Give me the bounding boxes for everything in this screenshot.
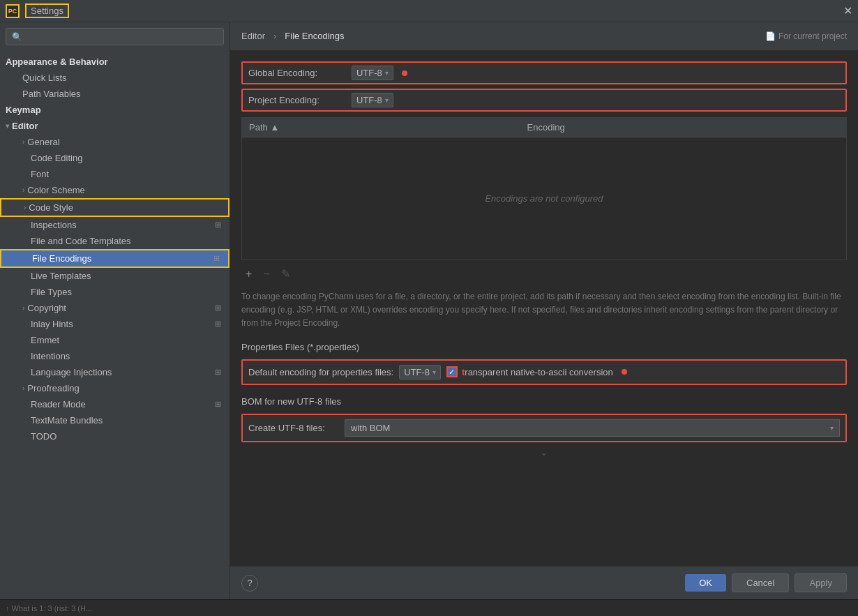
- path-column-label: Path: [249, 122, 268, 133]
- footer: ? OK Cancel Apply: [230, 566, 858, 599]
- sidebar-item-file-encodings[interactable]: File Encodings ⊞: [0, 249, 229, 268]
- close-button[interactable]: ✕: [843, 4, 852, 17]
- sidebar-item-file-and-code-templates[interactable]: File and Code Templates: [0, 233, 229, 249]
- sidebar-item-file-types[interactable]: File Types: [0, 284, 229, 300]
- project-encoding-value: UTF-8: [356, 95, 382, 105]
- sidebar-item-label: Editor: [12, 121, 38, 131]
- sidebar-item-label: File Types: [31, 287, 72, 297]
- for-current-project: 📄 For current project: [765, 31, 847, 41]
- search-box[interactable]: 🔍: [6, 28, 224, 45]
- project-encoding-select[interactable]: UTF-8 ▾: [352, 93, 393, 107]
- cancel-button[interactable]: Cancel: [732, 573, 789, 592]
- create-utf8-label: Create UTF-8 files:: [248, 423, 339, 433]
- properties-section-title: Properties Files (*.properties): [241, 342, 847, 352]
- sidebar-item-label: General: [27, 137, 59, 147]
- ok-button[interactable]: OK: [685, 574, 726, 592]
- sidebar-item-copyright[interactable]: › Copyright ⊞: [0, 300, 229, 316]
- transparent-conversion-checkbox[interactable]: ✓ transparent native-to-ascii conversion: [446, 366, 613, 377]
- settings-icon: ⊞: [215, 320, 221, 329]
- expand-arrow-icon: ›: [22, 186, 24, 194]
- sidebar-item-label: Code Style: [29, 202, 73, 213]
- sidebar-item-label: Inlay Hints: [31, 319, 73, 329]
- global-encoding-select[interactable]: UTF-8 ▾: [352, 66, 393, 80]
- sidebar-item-emmet[interactable]: Emmet: [0, 332, 229, 348]
- sidebar-item-path-variables[interactable]: Path Variables: [0, 86, 229, 102]
- expand-arrow-icon: ›: [22, 304, 24, 312]
- global-encoding-label: Global Encoding:: [248, 68, 346, 78]
- create-utf8-select[interactable]: with BOM ▾: [345, 419, 840, 437]
- remove-button[interactable]: −: [259, 266, 273, 282]
- window-title: Settings: [25, 3, 69, 18]
- status-text: ↑ What is 1: 3 (rist: 3 (H...: [6, 604, 92, 613]
- checkbox-icon[interactable]: ✓: [446, 366, 458, 377]
- project-encoding-label: Project Encoding:: [248, 95, 346, 105]
- title-bar: PC Settings ✕: [0, 0, 858, 22]
- project-icon: 📄: [765, 31, 776, 41]
- sidebar-item-code-editing[interactable]: Code Editing: [0, 150, 229, 166]
- sidebar-item-label: Appearance & Behavior: [6, 57, 108, 67]
- global-encoding-value: UTF-8: [356, 68, 382, 78]
- sidebar-item-label: Path Variables: [22, 89, 81, 99]
- encoding-column-header[interactable]: Encoding: [520, 118, 847, 137]
- global-encoding-row: Global Encoding: UTF-8 ▾: [241, 61, 847, 84]
- sidebar-item-label: Keymap: [6, 105, 41, 115]
- apply-button[interactable]: Apply: [795, 573, 847, 592]
- expand-arrow-icon: ›: [22, 384, 24, 392]
- sidebar-item-quick-lists[interactable]: Quick Lists: [0, 70, 229, 86]
- sidebar: 🔍 Appearance & Behavior Quick Lists Path…: [0, 22, 230, 599]
- default-encoding-select[interactable]: UTF-8 ▾: [399, 365, 441, 380]
- info-text: To change encoding PyCharm uses for a fi…: [241, 290, 847, 331]
- expand-icon: ⌄: [540, 446, 548, 458]
- path-column-header[interactable]: Path ▲: [242, 118, 520, 137]
- sidebar-item-label: Reader Mode: [31, 399, 86, 410]
- sidebar-item-intentions[interactable]: Intentions: [0, 348, 229, 364]
- sidebar-item-label: Quick Lists: [22, 73, 67, 83]
- check-icon: ✓: [449, 368, 455, 377]
- default-encoding-label: Default encoding for properties files:: [248, 367, 393, 377]
- sidebar-item-live-templates[interactable]: Live Templates: [0, 268, 229, 284]
- breadcrumb-separator: ›: [273, 31, 276, 41]
- help-button[interactable]: ?: [241, 575, 258, 592]
- sidebar-item-keymap[interactable]: Keymap: [0, 102, 229, 118]
- sidebar-item-label: Live Templates: [31, 271, 91, 281]
- settings-icon: ⊞: [215, 303, 221, 313]
- checkbox-label: transparent native-to-ascii conversion: [462, 367, 613, 377]
- project-label: For current project: [778, 31, 847, 41]
- edit-button[interactable]: ✎: [277, 266, 294, 282]
- search-input[interactable]: [27, 31, 218, 42]
- sidebar-item-reader-mode[interactable]: Reader Mode ⊞: [0, 396, 229, 412]
- expand-arrow-icon: ▾: [6, 122, 9, 130]
- sidebar-item-appearance[interactable]: Appearance & Behavior: [0, 54, 229, 70]
- sidebar-item-textmate-bundles[interactable]: TextMate Bundles: [0, 412, 229, 428]
- sidebar-item-label: Language Injections: [31, 367, 112, 377]
- footer-left: ?: [241, 575, 258, 592]
- breadcrumb-parent: Editor: [241, 31, 265, 41]
- sort-asc-icon: ▲: [270, 122, 279, 133]
- sidebar-item-proofreading[interactable]: › Proofreading: [0, 380, 229, 396]
- settings-icon: ⊞: [215, 400, 221, 409]
- sidebar-item-language-injections[interactable]: Language Injections ⊞: [0, 364, 229, 380]
- bom-row: Create UTF-8 files: with BOM ▾: [241, 414, 847, 442]
- add-button[interactable]: +: [241, 266, 256, 282]
- path-table: Path ▲ Encoding Encodings are not config…: [241, 117, 847, 260]
- sidebar-item-label: Emmet: [31, 335, 59, 345]
- app-icon: PC: [6, 4, 20, 18]
- sidebar-item-code-style[interactable]: › Code Style: [0, 198, 229, 217]
- sidebar-item-editor[interactable]: ▾ Editor: [0, 118, 229, 134]
- sidebar-item-inspections[interactable]: Inspections ⊞: [0, 217, 229, 233]
- properties-section: Properties Files (*.properties) Default …: [241, 342, 847, 385]
- sidebar-item-inlay-hints[interactable]: Inlay Hints ⊞: [0, 316, 229, 332]
- sidebar-item-general[interactable]: › General: [0, 134, 229, 150]
- sidebar-item-color-scheme[interactable]: › Color Scheme: [0, 182, 229, 198]
- chevron-down-icon: ▾: [432, 368, 436, 376]
- expand-arrow-icon: ›: [22, 138, 24, 146]
- sidebar-item-label: TextMate Bundles: [31, 415, 103, 426]
- properties-row: Default encoding for properties files: U…: [241, 359, 847, 385]
- content-area: Editor › File Encodings 📄 For current pr…: [230, 22, 858, 599]
- table-toolbar: + − ✎: [241, 263, 847, 285]
- sidebar-item-todo[interactable]: TODO: [0, 428, 229, 444]
- settings-icon: ⊞: [213, 254, 220, 263]
- breadcrumb-current: File Encodings: [285, 31, 344, 41]
- sidebar-item-font[interactable]: Font: [0, 166, 229, 182]
- encoding-column-label: Encoding: [527, 122, 565, 133]
